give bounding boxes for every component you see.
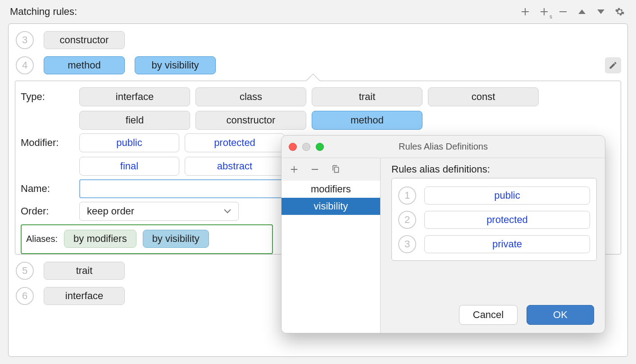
modifier-option-abstract[interactable]: abstract	[185, 157, 285, 176]
definition-number: 1	[398, 187, 416, 205]
rule-chip[interactable]: interface	[44, 287, 125, 305]
type-option-field[interactable]: field	[79, 111, 190, 130]
move-up-icon[interactable]	[576, 5, 588, 18]
order-select[interactable]: keep order	[79, 202, 239, 221]
edit-icon[interactable]	[605, 57, 621, 73]
definition-chip[interactable]: protected	[424, 211, 590, 229]
dialog-left-toolbar	[282, 158, 380, 181]
alias-list: modifiers visibility	[282, 181, 380, 333]
rule-row-selected[interactable]: 4 method by visibility	[15, 54, 621, 79]
rule-chip[interactable]: trait	[44, 262, 125, 280]
cancel-button[interactable]: Cancel	[459, 305, 518, 325]
dialog-title: Rules Alias Definitions	[399, 141, 488, 152]
aliases-box: Aliases: by modifiers by visibility	[21, 224, 273, 254]
minimize-icon[interactable]	[302, 143, 310, 151]
rule-chip[interactable]: method	[44, 56, 125, 74]
rule-number: 6	[16, 287, 34, 305]
remove-icon[interactable]	[309, 163, 321, 176]
chevron-down-icon	[224, 209, 231, 214]
window-controls	[289, 143, 324, 151]
definition-chip[interactable]: private	[424, 235, 590, 253]
remove-icon[interactable]	[557, 5, 569, 18]
alias-dialog: Rules Alias Definitions modifiers visibi…	[281, 135, 605, 333]
dialog-subheading: Rules alias definitions:	[391, 164, 597, 175]
alias-chip[interactable]: by visibility	[143, 230, 209, 248]
aliases-label: Aliases:	[26, 234, 58, 244]
modifier-option-final[interactable]: final	[79, 157, 179, 176]
type-options: interface class trait const field constr…	[79, 87, 552, 130]
rule-row[interactable]: 3 constructor	[15, 28, 621, 54]
order-value: keep order	[87, 205, 134, 217]
toolbar: s	[519, 5, 626, 18]
type-option-method[interactable]: method	[312, 111, 422, 130]
type-option-const[interactable]: const	[428, 87, 539, 106]
page-title: Matching rules:	[10, 6, 77, 18]
move-down-icon[interactable]	[595, 5, 607, 18]
type-option-class[interactable]: class	[195, 87, 306, 106]
dialog-right-panel: Rules alias definitions: 1 public 2 prot…	[381, 158, 605, 333]
rule-number: 4	[16, 56, 34, 74]
rule-number: 5	[16, 262, 34, 280]
definitions-box: 1 public 2 protected 3 private	[391, 178, 597, 261]
dialog-titlebar: Rules Alias Definitions	[282, 136, 605, 158]
type-option-interface[interactable]: interface	[79, 87, 190, 106]
rule-chip[interactable]: constructor	[44, 31, 125, 49]
type-option-trait[interactable]: trait	[312, 87, 422, 106]
modifier-option-protected[interactable]: protected	[185, 133, 285, 152]
modifier-options: public protected final abstract	[79, 133, 295, 176]
definition-number: 3	[398, 235, 416, 253]
modifier-option-public[interactable]: public	[79, 133, 179, 152]
dialog-left-panel: modifiers visibility	[282, 158, 381, 333]
definition-chip[interactable]: public	[424, 187, 590, 205]
add-icon[interactable]	[288, 163, 300, 176]
rule-number: 3	[16, 31, 34, 49]
copy-icon[interactable]	[329, 163, 342, 176]
add-section-icon[interactable]: s	[538, 5, 550, 18]
alias-list-item[interactable]: visibility	[282, 198, 380, 215]
definition-row: 2 protected	[398, 211, 590, 229]
order-label: Order:	[21, 202, 79, 217]
zoom-icon[interactable]	[316, 143, 324, 151]
ok-button[interactable]: OK	[527, 305, 594, 325]
name-label: Name:	[21, 179, 79, 195]
header: Matching rules: s	[0, 0, 636, 22]
type-option-constructor[interactable]: constructor	[195, 111, 306, 130]
alias-list-item[interactable]: modifiers	[282, 181, 380, 198]
definition-row: 3 private	[398, 235, 590, 253]
type-label: Type:	[21, 87, 79, 103]
gear-icon[interactable]	[613, 5, 626, 18]
definition-row: 1 public	[398, 187, 590, 205]
close-icon[interactable]	[289, 143, 297, 151]
alias-chip[interactable]: by modifiers	[64, 230, 136, 248]
modifier-label: Modifier:	[21, 133, 79, 149]
add-icon[interactable]	[519, 5, 532, 18]
dialog-buttons: Cancel OK	[391, 298, 597, 333]
rule-chip[interactable]: by visibility	[135, 56, 216, 74]
definition-number: 2	[398, 211, 416, 229]
